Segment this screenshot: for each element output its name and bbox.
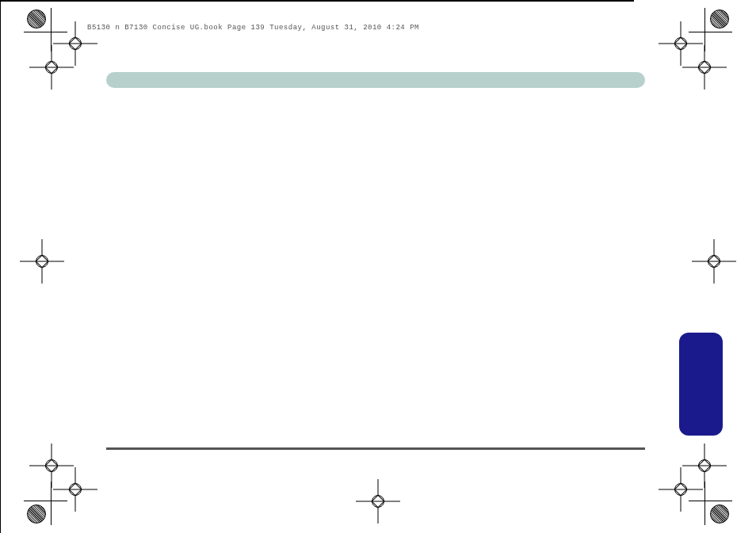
registration-mark-icon bbox=[26, 246, 58, 277]
section-title-bar bbox=[106, 72, 645, 88]
registration-mark-icon bbox=[698, 246, 730, 277]
registration-mark-icon bbox=[689, 450, 720, 482]
corner-rule bbox=[51, 482, 52, 525]
crop-frame-right bbox=[0, 503, 1, 533]
registration-mark-icon bbox=[362, 485, 394, 517]
registration-mark-icon bbox=[36, 450, 67, 482]
document-header-info: B5130 n B7130 Concise UG.book Page 139 T… bbox=[87, 24, 419, 32]
crop-ball-icon bbox=[710, 10, 729, 29]
crop-ball-icon bbox=[27, 504, 46, 523]
chapter-tab bbox=[679, 333, 723, 436]
footer-rule bbox=[106, 447, 645, 450]
crop-ball-icon bbox=[27, 10, 46, 29]
crop-frame-bottom bbox=[0, 1, 634, 2]
crop-ball-icon bbox=[710, 504, 729, 523]
registration-mark-icon bbox=[689, 51, 720, 83]
registration-mark-icon bbox=[36, 51, 67, 83]
corner-rule bbox=[704, 482, 705, 525]
crop-frame-left bbox=[0, 2, 1, 503]
